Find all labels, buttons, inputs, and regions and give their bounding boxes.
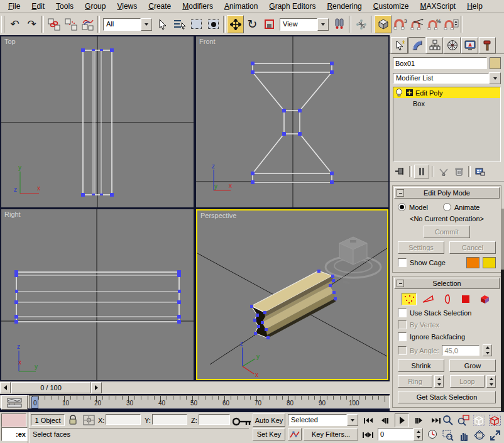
x-coordinate-field[interactable] (106, 414, 141, 425)
animate-radio[interactable] (443, 203, 451, 211)
menu-views[interactable]: Views (111, 1, 143, 13)
menu-group[interactable]: Group (79, 1, 111, 13)
set-keys-button[interactable] (233, 417, 251, 427)
tab-modify[interactable] (408, 37, 425, 53)
key-filters-button[interactable]: Key Filters... (304, 428, 358, 440)
by-angle-field[interactable] (442, 345, 479, 356)
select-object-button[interactable] (154, 15, 171, 33)
selection-filter-arrow[interactable] (141, 18, 152, 31)
key-mode-toggle-button[interactable] (361, 428, 375, 442)
next-frame-button[interactable] (412, 413, 426, 427)
open-mini-curve-editor-button[interactable] (1, 395, 28, 410)
shrink-button[interactable]: Shrink (398, 359, 444, 372)
min-max-toggle-button[interactable] (487, 428, 503, 443)
track-bar-ruler[interactable]: 0 10 20 30 40 50 60 70 80 90 100 (29, 395, 390, 408)
angle-snap-3d-button[interactable]: 3 (392, 15, 408, 33)
frame-spinner[interactable] (414, 428, 423, 440)
menu-create[interactable]: Create (143, 1, 177, 13)
tab-create[interactable] (391, 37, 408, 53)
pin-stack-button[interactable] (393, 165, 407, 178)
y-coordinate-field[interactable] (152, 414, 187, 425)
time-configuration-button[interactable] (425, 428, 439, 440)
pan-button[interactable] (456, 428, 471, 443)
viewport-perspective-label[interactable]: Perspective (200, 212, 236, 219)
rollout-header-selection[interactable]: Selection (394, 278, 500, 289)
spinner-snap-toggle-button[interactable] (442, 15, 459, 33)
absolute-offset-toggle[interactable] (83, 415, 96, 427)
cage-color-swatch[interactable] (466, 257, 479, 268)
viewport-front-label[interactable]: Front (199, 38, 216, 45)
cage-selected-color-swatch[interactable] (483, 257, 496, 268)
border-mode-button[interactable] (439, 293, 454, 305)
object-name-field[interactable] (393, 57, 487, 69)
polygon-mode-button[interactable] (458, 293, 473, 305)
select-and-rotate-button[interactable]: ↻ (244, 15, 261, 33)
model-radio[interactable] (398, 203, 406, 211)
menu-maxscript[interactable]: MAXScript (415, 1, 462, 13)
undo-button[interactable]: ↶ (6, 15, 23, 33)
percent-snap-toggle-button[interactable]: % (425, 15, 442, 33)
edge-mode-button[interactable] (420, 293, 436, 305)
zoom-all-button[interactable] (456, 413, 471, 428)
redo-button[interactable]: ↷ (23, 15, 40, 33)
menu-tools[interactable]: Tools (50, 1, 79, 13)
viewport-perspective[interactable]: z y x Perspective (196, 209, 388, 380)
modifier-list-arrow[interactable] (489, 72, 501, 84)
bind-to-space-warp-button[interactable] (79, 15, 96, 33)
current-frame-field[interactable] (378, 428, 414, 440)
commit-button[interactable]: Commit (424, 226, 470, 238)
menu-help[interactable]: Help (461, 1, 488, 13)
tab-hierarchy[interactable] (426, 37, 443, 53)
vertex-mode-button[interactable] (402, 293, 417, 305)
reference-coordinate-arrow[interactable] (317, 18, 329, 31)
viewport-front[interactable]: z x y Front (196, 36, 388, 207)
by-vertex-checkbox[interactable] (398, 320, 407, 329)
viewport-top-label[interactable]: Top (4, 38, 16, 45)
reference-coordinate-dropdown[interactable]: View (280, 18, 329, 31)
collapse-button[interactable] (397, 280, 404, 287)
time-type-arrow[interactable] (347, 414, 358, 426)
zoom-extents-button[interactable] (471, 413, 487, 428)
select-and-manipulate-button[interactable] (353, 15, 370, 33)
configure-modifier-sets-button[interactable] (473, 165, 487, 178)
select-and-move-button[interactable] (227, 15, 244, 33)
tab-motion[interactable] (444, 37, 461, 53)
use-pivot-point-center-button[interactable] (331, 15, 348, 33)
snaps-toggle-button[interactable] (375, 15, 392, 33)
panel-scrollbar[interactable] (501, 209, 504, 411)
cancel-button[interactable]: Cancel (449, 241, 496, 254)
stack-row-box[interactable]: Box (393, 98, 500, 109)
menu-graph-editors[interactable]: Graph Editors (263, 1, 321, 13)
show-cage-checkbox[interactable] (398, 258, 407, 267)
zoom-button[interactable] (440, 413, 456, 428)
play-button[interactable] (395, 413, 409, 427)
zoom-extents-all-button[interactable] (487, 413, 503, 428)
viewport-top[interactable]: y x z Top (1, 36, 194, 207)
use-stack-selection-checkbox[interactable] (398, 309, 407, 317)
loop-button[interactable]: Loop (450, 375, 485, 388)
unlink-selection-button[interactable] (62, 15, 79, 33)
show-end-result-button[interactable] (414, 165, 429, 178)
default-tangent-button[interactable] (288, 428, 302, 440)
set-key-button[interactable]: Set Key (253, 428, 285, 440)
ignore-backfacing-checkbox[interactable] (398, 332, 407, 341)
visibility-bulb-icon[interactable] (395, 89, 403, 97)
object-color-swatch[interactable] (490, 57, 501, 69)
maxscript-mini-listener[interactable]: :ex (1, 427, 28, 441)
menu-animation[interactable]: Animation (219, 1, 263, 13)
previous-frame-button[interactable] (378, 413, 392, 427)
selection-lock-toggle[interactable] (68, 414, 78, 427)
tab-display[interactable] (461, 37, 478, 53)
go-to-start-button[interactable] (361, 413, 375, 427)
by-angle-checkbox[interactable] (398, 346, 407, 355)
loop-spinner[interactable] (486, 375, 496, 388)
select-by-name-button[interactable] (171, 15, 188, 33)
grow-button[interactable]: Grow (449, 359, 496, 372)
zoom-region-button[interactable] (440, 428, 456, 443)
viewport-right-label[interactable]: Right (4, 211, 21, 218)
remove-modifier-button[interactable] (452, 165, 466, 178)
settings-button[interactable]: Settings (398, 241, 444, 254)
menu-file[interactable]: File (3, 1, 26, 13)
menu-customize[interactable]: Customize (368, 1, 415, 13)
ring-button[interactable]: Ring (398, 375, 432, 388)
